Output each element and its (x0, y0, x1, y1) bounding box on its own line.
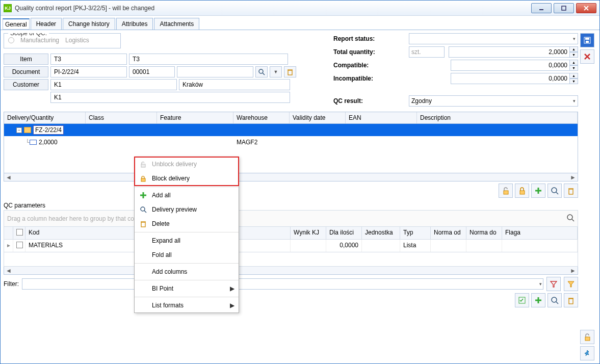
col-norma-do[interactable]: Norma do (466, 227, 502, 239)
pin-button[interactable] (580, 346, 594, 360)
unblock-button[interactable] (499, 184, 513, 198)
cm-fold-all[interactable]: Fold all (135, 248, 239, 262)
tab-header[interactable]: Header (31, 18, 62, 30)
scope-title: Scope of QC: (8, 33, 49, 37)
svg-line-3 (584, 6, 588, 10)
document-label[interactable]: Document (4, 66, 48, 77)
delete-button[interactable] (564, 184, 578, 198)
svg-rect-1 (562, 6, 566, 10)
preview-button[interactable] (547, 184, 562, 198)
document-extra-input[interactable] (179, 68, 251, 76)
incompatible-label: Incompatible: (333, 75, 405, 82)
compatible-value[interactable]: 0,0000 (451, 60, 570, 71)
document-pos-input[interactable] (132, 68, 172, 76)
filter-combo[interactable]: ▾ (22, 278, 543, 290)
tab-attachments[interactable]: Attachments (154, 18, 199, 30)
minimize-button[interactable] (531, 3, 552, 13)
col-wynik[interactable]: Wynik KJ (291, 227, 326, 239)
incompatible-value[interactable]: 0,0000 (451, 73, 570, 84)
total-qty-up[interactable]: ▲ (570, 46, 578, 52)
block-button[interactable] (515, 184, 529, 198)
document-delete-button[interactable] (284, 66, 296, 77)
window-title: Quality control report [PKJ-3/22/5] - wi… (15, 5, 531, 12)
customer-label[interactable]: Customer (4, 79, 48, 90)
col-flaga[interactable]: Flaga (502, 227, 578, 239)
customer-city-input[interactable] (181, 81, 288, 89)
tab-attributes[interactable]: Attributes (116, 18, 153, 30)
check-list-button[interactable] (515, 293, 529, 307)
tab-change-history[interactable]: Change history (63, 18, 115, 30)
svg-line-13 (556, 192, 558, 194)
document-no-input[interactable] (53, 68, 124, 76)
cm-unblock-delivery[interactable]: Unblock delivery (135, 157, 239, 171)
close-button[interactable] (576, 3, 596, 13)
delete-param-button[interactable] (564, 293, 578, 307)
svg-rect-6 (288, 70, 292, 75)
col-delivery[interactable]: Delivery/Quantity (4, 112, 86, 123)
params-scroll-h[interactable]: ◄► (4, 267, 578, 275)
tree-collapse-icon[interactable]: − (16, 127, 22, 133)
cancel-button[interactable] (580, 49, 594, 64)
search-param-button[interactable] (547, 293, 562, 307)
search-icon[interactable] (566, 214, 575, 223)
tab-general[interactable]: General (3, 18, 30, 30)
compatible-down[interactable]: ▼ (570, 65, 578, 71)
col-norma-od[interactable]: Norma od (431, 227, 466, 239)
add-button[interactable] (531, 184, 545, 198)
col-warehouse[interactable]: Warehouse (233, 112, 290, 123)
scope-radio[interactable] (8, 37, 14, 43)
cm-expand-all[interactable]: Expand all (135, 233, 239, 248)
col-description[interactable]: Description (417, 112, 578, 123)
col-check-all[interactable] (16, 229, 23, 236)
svg-line-17 (572, 219, 574, 221)
delivery-scroll-h[interactable]: ◄► (4, 173, 578, 181)
add-param-button[interactable] (531, 293, 545, 307)
submenu-arrow-icon: ▶ (230, 302, 234, 309)
total-qty-down[interactable]: ▼ (570, 52, 578, 58)
report-status-select[interactable]: ▾ (409, 33, 578, 44)
save-button[interactable] (580, 33, 594, 47)
filter-funnel-button[interactable] (546, 277, 561, 291)
unlock-side-button[interactable] (580, 330, 594, 344)
col-class[interactable]: Class (86, 112, 157, 123)
cm-bi-point[interactable]: BI Point▶ (135, 281, 239, 296)
cm-add-columns[interactable]: Add columns (135, 265, 239, 279)
customer-name-input[interactable] (53, 93, 288, 101)
col-jednostka[interactable]: Jednostka (362, 227, 400, 239)
unlock-icon (139, 161, 148, 168)
qc-result-select[interactable]: Zgodny▾ (409, 95, 578, 107)
col-validity[interactable]: Validity date (290, 112, 346, 123)
col-feature[interactable]: Feature (157, 112, 233, 123)
item-name-input[interactable] (132, 55, 285, 63)
cm-delete[interactable]: Delete (135, 217, 239, 231)
document-dropdown-button[interactable]: ▼ (270, 66, 282, 77)
svg-line-38 (144, 211, 146, 213)
svg-rect-39 (141, 222, 145, 227)
delivery-qty: 2,0000 (39, 139, 58, 146)
delivery-row-child[interactable]: └ 2,0000 MAGF2 (4, 136, 578, 148)
cm-add-all[interactable]: Add all (135, 188, 239, 202)
compatible-up[interactable]: ▲ (570, 60, 578, 65)
magnifier-icon (139, 206, 148, 213)
customer-code-input[interactable] (53, 81, 174, 89)
incompatible-up[interactable]: ▲ (570, 73, 578, 79)
delivery-row-parent[interactable]: − FZ-2/22/4 (4, 124, 578, 136)
cm-list-formats[interactable]: List formats▶ (135, 298, 239, 313)
cm-block-delivery[interactable]: Block delivery (135, 171, 239, 186)
col-ean[interactable]: EAN (346, 112, 417, 123)
col-typ[interactable]: Typ (400, 227, 431, 239)
cm-delivery-preview[interactable]: Delivery preview (135, 202, 239, 217)
item-code-input[interactable] (53, 55, 124, 63)
param-row[interactable]: ▸ MATERIALS 0,0000 Lista (4, 240, 578, 252)
filter-edit-button[interactable] (564, 277, 578, 291)
filter-label: Filter: (4, 280, 19, 288)
total-qty-value[interactable]: 2,0000 (449, 46, 570, 58)
incompatible-down[interactable]: ▼ (570, 79, 578, 84)
maximize-button[interactable] (554, 3, 574, 13)
row-check[interactable] (16, 242, 23, 248)
item-label[interactable]: Item (4, 54, 48, 65)
context-menu: Unblock delivery Block delivery Add all … (134, 157, 239, 313)
document-search-button[interactable] (255, 66, 268, 77)
col-dla[interactable]: Dla ilości (326, 227, 362, 239)
svg-rect-29 (586, 41, 589, 43)
